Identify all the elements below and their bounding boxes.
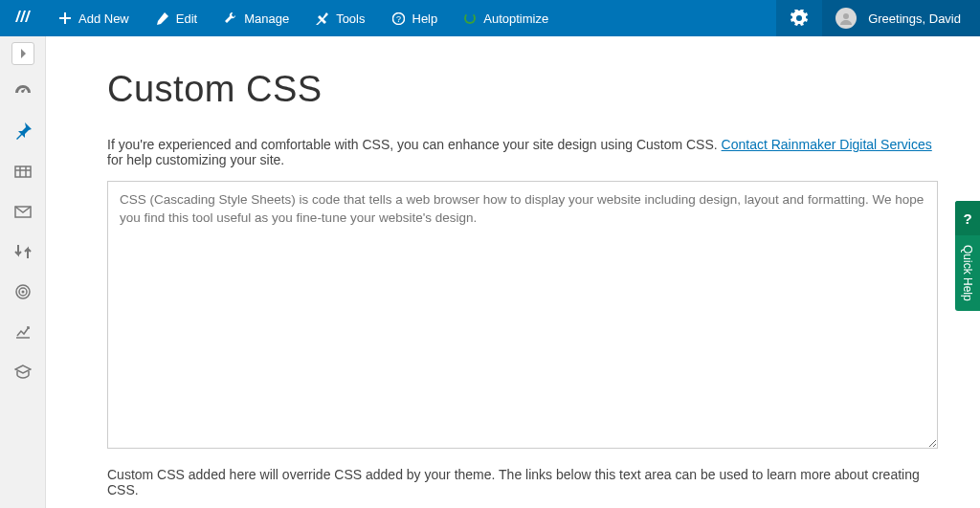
avatar — [835, 8, 857, 29]
topbar-label: Manage — [244, 11, 289, 26]
svg-rect-3 — [15, 166, 31, 177]
chevron-right-icon — [19, 49, 27, 58]
intro-post: for help customizing your site. — [107, 152, 284, 167]
override-note: Custom CSS added here will override CSS … — [107, 467, 938, 497]
sidebar-results[interactable] — [0, 312, 46, 352]
topbar-label: Edit — [176, 11, 197, 26]
pin-icon — [14, 122, 32, 140]
topbar-manage[interactable]: Manage — [211, 0, 302, 36]
user-menu[interactable]: Greetings, David — [822, 0, 980, 36]
mail-icon — [14, 203, 32, 220]
quick-help-tab: ? Quick Help — [955, 201, 980, 311]
topbar: Add New Edit Manage Tools ? Help — [0, 0, 980, 36]
topbar-label: Add New — [78, 11, 129, 26]
topbar-autoptimize[interactable]: Autoptimize — [451, 0, 562, 36]
graduation-icon — [14, 364, 32, 381]
sidebar-email[interactable] — [0, 191, 46, 232]
quick-help-button[interactable]: Quick Help — [955, 235, 980, 311]
contact-link[interactable]: Contact Rainmaker Digital Services — [722, 137, 932, 152]
intro-pre: If you're experienced and comfortable wi… — [107, 137, 722, 152]
sidebar-toggle[interactable] — [11, 42, 34, 65]
chart-icon — [14, 323, 32, 341]
topbar-add-new[interactable]: Add New — [46, 0, 143, 36]
gauge-icon — [14, 82, 32, 99]
wrench-icon — [224, 12, 236, 25]
topbar-label: Autoptimize — [483, 11, 548, 26]
gear-icon — [791, 10, 808, 27]
sidebar — [0, 36, 46, 508]
grid-icon — [14, 163, 32, 180]
sidebar-conversion[interactable] — [0, 232, 46, 272]
help-question-button[interactable]: ? — [955, 201, 980, 235]
tools-icon — [316, 12, 328, 25]
topbar-edit[interactable]: Edit — [143, 0, 211, 36]
arrows-icon — [14, 243, 32, 260]
custom-css-textarea[interactable] — [107, 181, 938, 449]
svg-text:?: ? — [395, 14, 400, 24]
help-icon: ? — [392, 12, 405, 25]
topbar-label: Help — [412, 11, 438, 26]
greeting-text: Greetings, David — [868, 11, 961, 26]
svg-point-10 — [21, 291, 24, 294]
svg-point-2 — [843, 13, 849, 19]
spinner-icon — [464, 12, 476, 24]
logo-icon — [13, 9, 33, 28]
sidebar-education[interactable] — [0, 352, 46, 392]
settings-button[interactable] — [776, 0, 822, 36]
person-icon — [839, 11, 853, 25]
intro-text: If you're experienced and comfortable wi… — [107, 137, 938, 167]
target-icon — [14, 283, 32, 300]
page-title: Custom CSS — [107, 69, 938, 110]
sidebar-dashboard[interactable] — [0, 71, 46, 111]
app-logo[interactable] — [0, 0, 46, 36]
main-content: Custom CSS If you're experienced and com… — [46, 36, 980, 508]
sidebar-content[interactable] — [0, 151, 46, 191]
topbar-tools[interactable]: Tools — [302, 0, 378, 36]
plus-icon — [59, 12, 71, 24]
pencil-icon — [156, 12, 168, 25]
topbar-menu: Add New Edit Manage Tools ? Help — [46, 0, 562, 36]
sidebar-design[interactable] — [0, 111, 46, 151]
sidebar-traffic[interactable] — [0, 272, 46, 312]
topbar-help[interactable]: ? Help — [379, 0, 452, 36]
topbar-label: Tools — [336, 11, 365, 26]
